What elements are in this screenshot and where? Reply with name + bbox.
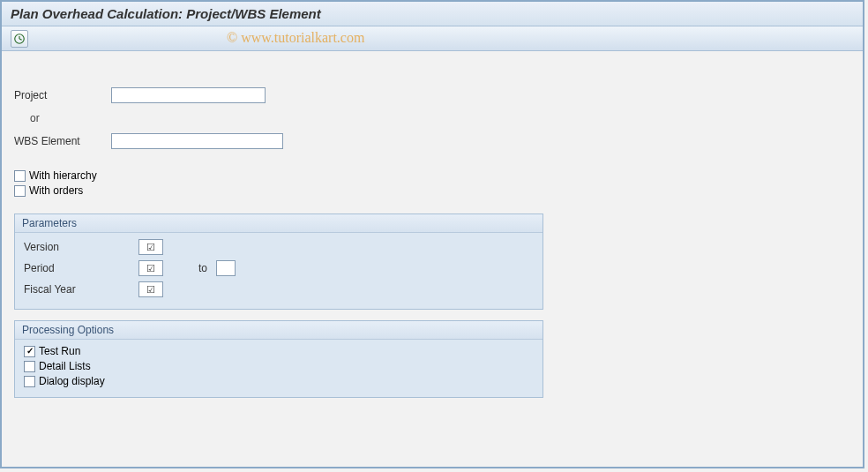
with-hierarchy-label: With hierarchy: [29, 169, 97, 182]
watermark-text: © www.tutorialkart.com: [227, 30, 364, 46]
processing-options-group-title: Processing Options: [15, 321, 542, 340]
with-orders-checkbox[interactable]: [14, 185, 26, 197]
parameters-group: Parameters Version ☑ Period ☑ to Fiscal …: [14, 214, 543, 310]
fiscal-year-label: Fiscal Year: [24, 283, 138, 296]
toolbar: © www.tutorialkart.com: [2, 26, 863, 51]
with-orders-label: With orders: [29, 184, 83, 197]
dialog-display-checkbox[interactable]: [24, 376, 35, 387]
processing-options-group: Processing Options Test Run Detail Lists…: [14, 320, 543, 398]
detail-lists-label: Detail Lists: [39, 360, 91, 372]
to-label: to: [198, 262, 207, 274]
required-icon: ☑: [146, 284, 155, 296]
project-label: Project: [14, 89, 111, 101]
required-icon: ☑: [146, 263, 155, 274]
period-from-input[interactable]: ☑: [138, 260, 163, 276]
period-to-input[interactable]: [216, 260, 236, 276]
main-window: Plan Overhead Calculation: Project/WBS E…: [0, 0, 864, 468]
version-input[interactable]: ☑: [138, 239, 163, 255]
version-label: Version: [24, 241, 138, 253]
wbs-element-label: WBS Element: [14, 135, 111, 147]
or-label: or: [14, 112, 111, 124]
detail-lists-checkbox[interactable]: [24, 361, 35, 372]
test-run-checkbox[interactable]: [24, 346, 35, 357]
content-area: Project or WBS Element With hierarchy Wi…: [2, 51, 863, 421]
execute-button[interactable]: [11, 30, 28, 48]
execute-clock-icon: [13, 33, 26, 45]
title-bar: Plan Overhead Calculation: Project/WBS E…: [2, 2, 863, 26]
test-run-label: Test Run: [39, 345, 80, 357]
svg-line-2: [19, 39, 22, 40]
project-input[interactable]: [111, 87, 266, 103]
wbs-element-input[interactable]: [111, 133, 283, 149]
required-icon: ☑: [146, 242, 155, 253]
parameters-group-title: Parameters: [15, 214, 542, 233]
period-label: Period: [24, 262, 138, 274]
dialog-display-label: Dialog display: [39, 375, 105, 387]
with-hierarchy-checkbox[interactable]: [14, 170, 26, 182]
fiscal-year-input[interactable]: ☑: [138, 281, 163, 297]
page-title: Plan Overhead Calculation: Project/WBS E…: [11, 6, 321, 21]
